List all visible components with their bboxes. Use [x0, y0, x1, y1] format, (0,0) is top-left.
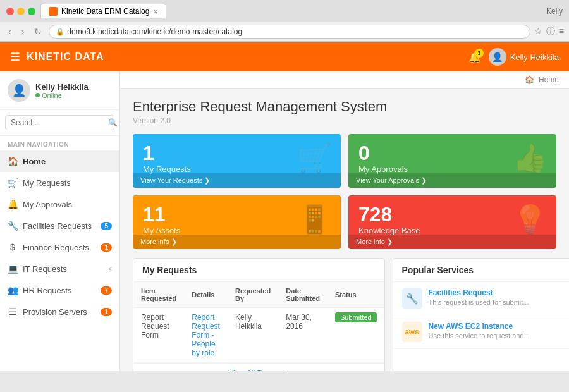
facilities-service-icon: 🔧	[402, 288, 422, 309]
search-input[interactable]	[11, 118, 106, 127]
dot-minimize[interactable]	[17, 8, 25, 15]
sidebar-user-section: 👤 Kelly Heikkila Online	[0, 71, 119, 110]
breadcrumb: 🏠 Home	[120, 71, 569, 89]
nav-label-my-approvals: My Approvals	[23, 200, 72, 209]
user-menu[interactable]: 👤 Kelly Heikkila	[489, 48, 559, 66]
details-link[interactable]: Report Request Form - People by role	[192, 313, 220, 357]
back-button[interactable]: ‹	[5, 25, 15, 38]
user-name-header: Kelly Heikkila	[510, 52, 559, 62]
col-details: Details	[184, 282, 228, 308]
facilities-service-desc: This request is used for submit...	[429, 298, 569, 306]
col-status: Status	[327, 282, 384, 308]
search-wrap: 🔍	[5, 115, 114, 130]
aws-service-title: New AWS EC2 Instance	[429, 322, 569, 331]
sidebar-search: 🔍	[0, 110, 119, 136]
cards-grid: 1 My Requests 🛒 View Your Requests ❯ 0 M…	[133, 134, 556, 249]
finance-badge: 1	[101, 243, 112, 252]
notification-badge: 3	[475, 49, 484, 58]
nav-label-home: Home	[23, 157, 46, 166]
logo-text: KINETIC DATA	[27, 51, 104, 63]
dot-close[interactable]	[6, 8, 14, 15]
sidebar: 👤 Kelly Heikkila Online 🔍 MAIN NAVIGATIO…	[0, 71, 120, 371]
logo-area: ☰ KINETIC DATA	[10, 50, 104, 64]
popular-panel: Popular Services − 🔧 Facilities Request …	[393, 258, 569, 371]
nav-label-hr: HR Requests	[23, 286, 71, 295]
card-footer-approvals: View Your Approvals ❯	[348, 173, 556, 188]
sidebar-item-hr[interactable]: 👥 HR Requests 7	[0, 279, 119, 301]
cell-date: Mar 30, 2016	[278, 308, 327, 363]
nav-label-facilities: Facilities Requests	[23, 221, 92, 231]
sidebar-item-my-requests[interactable]: 🛒 My Requests	[0, 172, 119, 193]
browser-dots	[6, 8, 35, 15]
user-avatar: 👤	[489, 48, 506, 66]
cell-details: Report Request Form - People by role	[184, 308, 228, 363]
nav-label-my-requests: My Requests	[23, 178, 71, 188]
dot-maximize[interactable]	[28, 8, 35, 15]
tab-favicon	[49, 7, 58, 16]
status-badge: Submitted	[335, 312, 377, 322]
browser-user: Kelly	[546, 7, 563, 16]
url-text: demo9.kineticdata.com/kinetic/demo-maste…	[67, 27, 242, 36]
nav-label-finance: Finance Requests	[23, 243, 89, 252]
sidebar-item-home[interactable]: 🏠 Home	[0, 150, 119, 172]
info-icon[interactable]: ⓘ	[546, 26, 555, 37]
page-title: Enterprise Request Management System	[133, 99, 556, 115]
cell-status: Submitted	[327, 308, 384, 363]
forward-button[interactable]: ›	[18, 25, 28, 38]
cart-icon: 🛒	[8, 178, 18, 188]
browser-toolbar-icons: ☆ ⓘ ≡	[534, 26, 564, 37]
notification-bell[interactable]: 🔔 3	[468, 51, 481, 63]
requests-panel-header: My Requests	[133, 259, 384, 282]
browser-tab[interactable]: Kinetic Data ERM Catalog ✕	[40, 4, 166, 18]
table-header-row: Item Requested Details Requested By Date…	[133, 282, 384, 308]
status-dot	[35, 93, 40, 97]
thumbsup-card-icon: 👍	[513, 141, 548, 174]
sidebar-item-facilities[interactable]: 🔧 Facilities Requests 5	[0, 215, 119, 236]
service-item-facilities[interactable]: 🔧 Facilities Request This request is use…	[393, 282, 569, 315]
card-my-requests[interactable]: 1 My Requests 🛒 View Your Requests ❯	[133, 134, 341, 188]
card-my-approvals[interactable]: 0 My Approvals 👍 View Your Approvals ❯	[348, 134, 556, 188]
tab-close-button[interactable]: ✕	[153, 8, 158, 15]
home-icon: 🏠	[8, 156, 18, 166]
aws-service-icon: aws	[402, 322, 422, 342]
col-date: Date Submitted	[278, 282, 327, 308]
menu-icon[interactable]: ≡	[559, 26, 564, 37]
facilities-badge: 5	[101, 222, 112, 230]
refresh-button[interactable]: ↻	[31, 25, 45, 38]
view-all-requests-link[interactable]: View All Requests	[133, 363, 384, 371]
dollar-icon: $	[8, 242, 18, 252]
bulb-card-icon: 💡	[513, 202, 548, 235]
aws-service-info: New AWS EC2 Instance Use this service to…	[429, 322, 569, 340]
it-chevron: <	[108, 266, 112, 273]
sidebar-item-my-approvals[interactable]: 🔔 My Approvals	[0, 193, 119, 215]
hr-icon: 👥	[8, 285, 18, 295]
search-icon: 🔍	[108, 118, 118, 127]
card-footer-assets: More info ❯	[133, 235, 341, 249]
requests-panel: My Requests Item Requested Details Reque…	[133, 258, 385, 371]
requests-panel-title: My Requests	[142, 265, 197, 275]
content-wrapper: 👤 Kelly Heikkila Online 🔍 MAIN NAVIGATIO…	[0, 71, 569, 371]
card-knowledge-base[interactable]: 728 Knowledge Base 💡 More info ❯	[348, 195, 556, 249]
bottom-section: My Requests Item Requested Details Reque…	[133, 258, 556, 371]
servers-icon: ☰	[8, 307, 18, 317]
sidebar-item-it[interactable]: 💻 IT Requests <	[0, 258, 119, 279]
cell-requested-by: Kelly Heikkila	[228, 308, 278, 363]
browser-titlebar: Kinetic Data ERM Catalog ✕ Kelly	[0, 0, 569, 22]
col-item: Item Requested	[133, 282, 184, 308]
service-item-aws[interactable]: aws New AWS EC2 Instance Use this servic…	[393, 315, 569, 349]
bookmark-icon[interactable]: ☆	[534, 26, 542, 37]
nav-label-it: IT Requests	[23, 264, 67, 274]
approval-icon: 🔔	[8, 199, 18, 209]
card-footer-requests: View Your Requests ❯	[133, 173, 341, 188]
sidebar-item-provision-servers[interactable]: ☰ Provision Servers 1	[0, 301, 119, 322]
card-my-assets[interactable]: 11 My Assets 📱 More info ❯	[133, 195, 341, 249]
table-row: Report Request Form Report Request Form …	[133, 308, 384, 363]
nav-label-provision-servers: Provision Servers	[23, 307, 87, 317]
wrench-icon: 🔧	[8, 221, 18, 231]
address-bar[interactable]: 🔒 demo9.kineticdata.com/kinetic/demo-mas…	[49, 25, 530, 39]
mobile-card-icon: 📱	[297, 202, 332, 235]
hamburger-button[interactable]: ☰	[10, 50, 20, 64]
browser-chrome: Kinetic Data ERM Catalog ✕ Kelly ‹ › ↻ 🔒…	[0, 0, 569, 42]
sidebar-item-finance[interactable]: $ Finance Requests 1	[0, 236, 119, 258]
app-header: ☰ KINETIC DATA 🔔 3 👤 Kelly Heikkila	[0, 42, 569, 71]
